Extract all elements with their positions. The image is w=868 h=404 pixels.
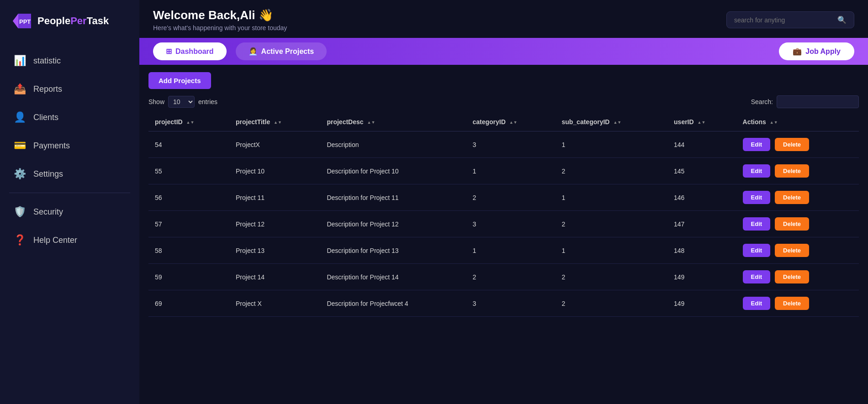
- search-input[interactable]: [734, 16, 834, 24]
- payments-icon: 💳: [14, 140, 26, 152]
- delete-button[interactable]: Delete: [775, 270, 809, 283]
- cell-title: ProjectX: [229, 131, 320, 158]
- cell-sub-category-id: 2: [555, 264, 667, 290]
- cell-desc: Description for Project 10: [320, 158, 466, 184]
- cell-category-id: 3: [466, 211, 555, 237]
- header-subtitle: Here's what's happening with your store …: [153, 24, 287, 31]
- sort-icons-title: ▲▼: [274, 120, 282, 125]
- delete-button[interactable]: Delete: [775, 164, 809, 178]
- sort-icons-user: ▲▼: [698, 120, 706, 125]
- active-projects-label: Active Projects: [261, 47, 314, 56]
- col-sub-category-id: sub_categoryID ▲▼: [555, 113, 667, 131]
- edit-button[interactable]: Edit: [743, 297, 771, 310]
- cell-sub-category-id: 2: [555, 158, 667, 184]
- sidebar-item-clients[interactable]: 👤 Clients: [0, 103, 139, 131]
- main: Welcome Back,Ali 👋 Here's what's happeni…: [139, 0, 868, 404]
- cell-title: Project 10: [229, 158, 320, 184]
- table-search-input[interactable]: [777, 95, 859, 108]
- cell-id: 59: [148, 264, 229, 290]
- cell-desc: Description for Project 13: [320, 237, 466, 264]
- sidebar-item-statistic[interactable]: 📊 statistic: [0, 47, 139, 75]
- job-apply-label: Job Apply: [805, 47, 841, 56]
- sort-icons-id: ▲▼: [186, 120, 195, 125]
- cell-id: 54: [148, 131, 229, 158]
- table-row: 57 Project 12 Description for Project 12…: [148, 211, 859, 237]
- cell-sub-category-id: 1: [555, 237, 667, 264]
- col-actions: Actions ▲▼: [736, 113, 859, 131]
- dashboard-tab-icon: ⊞: [166, 47, 172, 56]
- table-row: 55 Project 10 Description for Project 10…: [148, 158, 859, 184]
- svg-marker-1: [13, 14, 18, 28]
- delete-button[interactable]: Delete: [775, 297, 809, 310]
- cell-id: 55: [148, 158, 229, 184]
- help-center-icon: ❓: [14, 234, 26, 246]
- dashboard-tab[interactable]: ⊞ Dashboard: [153, 42, 227, 60]
- cell-actions: Edit Delete: [736, 211, 859, 237]
- sidebar-item-help-center-label: Help Center: [33, 236, 77, 245]
- content-inner: Add Projects Show 10 25 50 100 entries S…: [139, 65, 868, 324]
- delete-button[interactable]: Delete: [775, 191, 809, 204]
- sort-icons-desc: ▲▼: [367, 120, 375, 125]
- entries-label: entries: [198, 98, 217, 105]
- edit-button[interactable]: Edit: [743, 217, 771, 231]
- sidebar-item-payments[interactable]: 💳 Payments: [0, 131, 139, 160]
- cell-title: Project 11: [229, 184, 320, 211]
- cell-id: 57: [148, 211, 229, 237]
- table-controls: Show 10 25 50 100 entries Search:: [148, 95, 859, 108]
- edit-button[interactable]: Edit: [743, 164, 771, 178]
- delete-button[interactable]: Delete: [775, 138, 809, 151]
- sidebar-item-help-center[interactable]: ❓ Help Center: [0, 226, 139, 254]
- col-category-id: categoryID ▲▼: [466, 113, 555, 131]
- add-projects-button[interactable]: Add Projects: [148, 72, 211, 89]
- entries-select[interactable]: 10 25 50 100: [168, 96, 195, 108]
- cell-category-id: 1: [466, 237, 555, 264]
- sort-icons-actions: ▲▼: [770, 120, 778, 125]
- sidebar-item-clients-label: Clients: [33, 113, 58, 122]
- delete-button[interactable]: Delete: [775, 217, 809, 231]
- cell-title: Project 14: [229, 264, 320, 290]
- col-project-id: projectID ▲▼: [148, 113, 229, 131]
- cell-id: 58: [148, 237, 229, 264]
- cell-user-id: 149: [667, 290, 736, 317]
- edit-button[interactable]: Edit: [743, 244, 771, 257]
- col-project-title: projectTitle ▲▼: [229, 113, 320, 131]
- delete-button[interactable]: Delete: [775, 244, 809, 257]
- sidebar-item-reports[interactable]: 📤 Reports: [0, 75, 139, 103]
- cell-user-id: 149: [667, 264, 736, 290]
- sidebar-item-reports-label: Reports: [33, 84, 62, 94]
- cell-sub-category-id: 1: [555, 184, 667, 211]
- show-label: Show: [148, 98, 164, 105]
- table-row: 59 Project 14 Description for Project 14…: [148, 264, 859, 290]
- header-right: 🔍: [726, 11, 854, 28]
- sidebar: PPT PeoplePerTask 📊 statistic 📤 Reports …: [0, 0, 139, 404]
- settings-icon: ⚙️: [14, 168, 26, 180]
- cell-sub-category-id: 2: [555, 290, 667, 317]
- edit-button[interactable]: Edit: [743, 270, 771, 283]
- sidebar-item-security[interactable]: 🛡️ Security: [0, 198, 139, 226]
- header-left: Welcome Back,Ali 👋 Here's what's happeni…: [153, 8, 287, 31]
- svg-text:PPT: PPT: [19, 18, 31, 25]
- active-projects-tab[interactable]: 👩‍💼 Active Projects: [236, 42, 327, 60]
- logo-text: PeoplePerTask: [37, 15, 109, 27]
- sidebar-item-settings[interactable]: ⚙️ Settings: [0, 160, 139, 188]
- cell-actions: Edit Delete: [736, 184, 859, 211]
- reports-icon: 📤: [14, 83, 26, 95]
- cell-sub-category-id: 1: [555, 131, 667, 158]
- job-apply-tab[interactable]: 💼 Job Apply: [779, 42, 854, 60]
- cell-actions: Edit Delete: [736, 290, 859, 317]
- sort-icons-subcat: ▲▼: [613, 120, 621, 125]
- cell-user-id: 144: [667, 131, 736, 158]
- cell-user-id: 148: [667, 237, 736, 264]
- job-apply-icon: 💼: [793, 47, 802, 56]
- cell-title: Project X: [229, 290, 320, 317]
- search-label: Search:: [751, 98, 773, 105]
- search-icon: 🔍: [837, 16, 847, 24]
- sidebar-divider: [9, 193, 130, 193]
- edit-button[interactable]: Edit: [743, 191, 771, 204]
- cell-title: Project 13: [229, 237, 320, 264]
- logo-icon: PPT: [11, 10, 33, 32]
- edit-button[interactable]: Edit: [743, 138, 771, 151]
- dashboard-tab-label: Dashboard: [175, 47, 214, 56]
- cell-user-id: 145: [667, 158, 736, 184]
- sidebar-item-statistic-label: statistic: [33, 56, 61, 66]
